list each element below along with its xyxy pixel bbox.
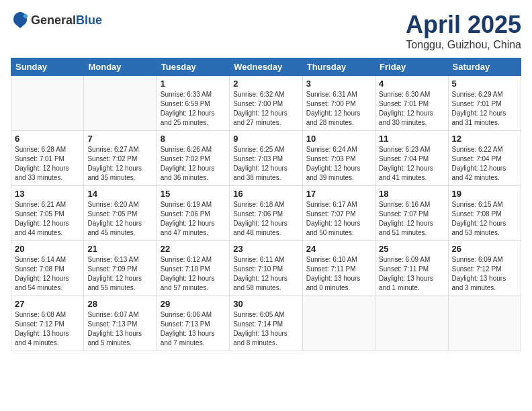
day-info: Sunrise: 6:32 AM Sunset: 7:00 PM Dayligh… xyxy=(233,90,298,128)
day-info: Sunrise: 6:29 AM Sunset: 7:01 PM Dayligh… xyxy=(452,90,517,128)
day-number: 24 xyxy=(306,244,371,254)
day-number: 12 xyxy=(452,134,517,144)
title-area: April 2025 Tonggu, Guizhou, China xyxy=(406,11,521,51)
logo: GeneralBlue xyxy=(11,11,102,30)
table-row: 7Sunrise: 6:27 AM Sunset: 7:02 PM Daylig… xyxy=(84,131,157,186)
calendar-header-row: Sunday Monday Tuesday Wednesday Thursday… xyxy=(11,58,521,76)
col-saturday: Saturday xyxy=(448,58,521,76)
col-friday: Friday xyxy=(375,58,448,76)
logo-text: GeneralBlue xyxy=(31,13,102,28)
logo-icon xyxy=(11,11,30,30)
day-number: 1 xyxy=(161,79,226,89)
calendar-week-row: 6Sunrise: 6:28 AM Sunset: 7:01 PM Daylig… xyxy=(11,131,521,186)
table-row: 2Sunrise: 6:32 AM Sunset: 7:00 PM Daylig… xyxy=(230,76,302,131)
day-number: 29 xyxy=(161,299,226,309)
table-row: 15Sunrise: 6:19 AM Sunset: 7:06 PM Dayli… xyxy=(157,186,229,241)
day-info: Sunrise: 6:08 AM Sunset: 7:12 PM Dayligh… xyxy=(15,310,80,348)
page-header: GeneralBlue April 2025 Tonggu, Guizhou, … xyxy=(11,11,521,51)
col-thursday: Thursday xyxy=(302,58,375,76)
day-info: Sunrise: 6:26 AM Sunset: 7:02 PM Dayligh… xyxy=(161,145,226,183)
calendar-table: Sunday Monday Tuesday Wednesday Thursday… xyxy=(11,58,521,351)
table-row: 14Sunrise: 6:20 AM Sunset: 7:05 PM Dayli… xyxy=(84,186,157,241)
day-number: 18 xyxy=(379,189,444,199)
table-row: 22Sunrise: 6:12 AM Sunset: 7:10 PM Dayli… xyxy=(157,241,229,296)
table-row: 26Sunrise: 6:09 AM Sunset: 7:12 PM Dayli… xyxy=(448,241,521,296)
day-number: 4 xyxy=(379,79,444,89)
day-info: Sunrise: 6:27 AM Sunset: 7:02 PM Dayligh… xyxy=(87,145,152,183)
table-row xyxy=(448,296,521,351)
day-number: 13 xyxy=(15,189,80,199)
calendar-week-row: 27Sunrise: 6:08 AM Sunset: 7:12 PM Dayli… xyxy=(11,296,521,351)
day-number: 22 xyxy=(161,244,226,254)
day-number: 25 xyxy=(379,244,444,254)
day-number: 30 xyxy=(233,299,298,309)
calendar-week-row: 1Sunrise: 6:33 AM Sunset: 6:59 PM Daylig… xyxy=(11,76,521,131)
day-info: Sunrise: 6:18 AM Sunset: 7:06 PM Dayligh… xyxy=(233,200,298,238)
table-row: 13Sunrise: 6:21 AM Sunset: 7:05 PM Dayli… xyxy=(11,186,84,241)
table-row: 17Sunrise: 6:17 AM Sunset: 7:07 PM Dayli… xyxy=(302,186,375,241)
table-row: 6Sunrise: 6:28 AM Sunset: 7:01 PM Daylig… xyxy=(11,131,84,186)
day-number: 28 xyxy=(87,299,152,309)
table-row: 5Sunrise: 6:29 AM Sunset: 7:01 PM Daylig… xyxy=(448,76,521,131)
day-number: 17 xyxy=(306,189,371,199)
table-row: 21Sunrise: 6:13 AM Sunset: 7:09 PM Dayli… xyxy=(84,241,157,296)
month-title: April 2025 xyxy=(406,11,521,39)
day-number: 8 xyxy=(161,134,226,144)
day-number: 11 xyxy=(379,134,444,144)
day-number: 20 xyxy=(15,244,80,254)
table-row xyxy=(375,296,448,351)
table-row: 1Sunrise: 6:33 AM Sunset: 6:59 PM Daylig… xyxy=(157,76,229,131)
day-number: 26 xyxy=(452,244,517,254)
day-number: 14 xyxy=(87,189,152,199)
location-title: Tonggu, Guizhou, China xyxy=(406,39,521,51)
day-number: 16 xyxy=(233,189,298,199)
day-number: 10 xyxy=(306,134,371,144)
day-info: Sunrise: 6:21 AM Sunset: 7:05 PM Dayligh… xyxy=(15,200,80,238)
day-info: Sunrise: 6:09 AM Sunset: 7:12 PM Dayligh… xyxy=(452,255,517,293)
day-number: 7 xyxy=(87,134,152,144)
calendar-week-row: 13Sunrise: 6:21 AM Sunset: 7:05 PM Dayli… xyxy=(11,186,521,241)
table-row: 9Sunrise: 6:25 AM Sunset: 7:03 PM Daylig… xyxy=(230,131,302,186)
day-number: 6 xyxy=(15,134,80,144)
day-info: Sunrise: 6:05 AM Sunset: 7:14 PM Dayligh… xyxy=(233,310,298,348)
day-number: 27 xyxy=(15,299,80,309)
day-number: 23 xyxy=(233,244,298,254)
table-row: 12Sunrise: 6:22 AM Sunset: 7:04 PM Dayli… xyxy=(448,131,521,186)
table-row xyxy=(84,76,157,131)
day-info: Sunrise: 6:16 AM Sunset: 7:07 PM Dayligh… xyxy=(379,200,444,238)
day-info: Sunrise: 6:07 AM Sunset: 7:13 PM Dayligh… xyxy=(87,310,152,348)
day-info: Sunrise: 6:11 AM Sunset: 7:10 PM Dayligh… xyxy=(233,255,298,293)
day-number: 21 xyxy=(87,244,152,254)
day-info: Sunrise: 6:22 AM Sunset: 7:04 PM Dayligh… xyxy=(452,145,517,183)
table-row: 10Sunrise: 6:24 AM Sunset: 7:03 PM Dayli… xyxy=(302,131,375,186)
table-row: 23Sunrise: 6:11 AM Sunset: 7:10 PM Dayli… xyxy=(230,241,302,296)
day-number: 19 xyxy=(452,189,517,199)
day-number: 5 xyxy=(452,79,517,89)
day-info: Sunrise: 6:13 AM Sunset: 7:09 PM Dayligh… xyxy=(87,255,152,293)
day-info: Sunrise: 6:28 AM Sunset: 7:01 PM Dayligh… xyxy=(15,145,80,183)
table-row: 8Sunrise: 6:26 AM Sunset: 7:02 PM Daylig… xyxy=(157,131,229,186)
day-info: Sunrise: 6:10 AM Sunset: 7:11 PM Dayligh… xyxy=(306,255,371,293)
day-info: Sunrise: 6:09 AM Sunset: 7:11 PM Dayligh… xyxy=(379,255,444,293)
day-info: Sunrise: 6:14 AM Sunset: 7:08 PM Dayligh… xyxy=(15,255,80,293)
col-wednesday: Wednesday xyxy=(230,58,302,76)
table-row: 24Sunrise: 6:10 AM Sunset: 7:11 PM Dayli… xyxy=(302,241,375,296)
day-info: Sunrise: 6:15 AM Sunset: 7:08 PM Dayligh… xyxy=(452,200,517,238)
table-row: 4Sunrise: 6:30 AM Sunset: 7:01 PM Daylig… xyxy=(375,76,448,131)
col-tuesday: Tuesday xyxy=(157,58,229,76)
day-info: Sunrise: 6:19 AM Sunset: 7:06 PM Dayligh… xyxy=(161,200,226,238)
day-info: Sunrise: 6:25 AM Sunset: 7:03 PM Dayligh… xyxy=(233,145,298,183)
calendar-week-row: 20Sunrise: 6:14 AM Sunset: 7:08 PM Dayli… xyxy=(11,241,521,296)
col-monday: Monday xyxy=(84,58,157,76)
day-info: Sunrise: 6:30 AM Sunset: 7:01 PM Dayligh… xyxy=(379,90,444,128)
table-row: 19Sunrise: 6:15 AM Sunset: 7:08 PM Dayli… xyxy=(448,186,521,241)
table-row: 3Sunrise: 6:31 AM Sunset: 7:00 PM Daylig… xyxy=(302,76,375,131)
day-info: Sunrise: 6:24 AM Sunset: 7:03 PM Dayligh… xyxy=(306,145,371,183)
day-info: Sunrise: 6:33 AM Sunset: 6:59 PM Dayligh… xyxy=(161,90,226,128)
table-row: 25Sunrise: 6:09 AM Sunset: 7:11 PM Dayli… xyxy=(375,241,448,296)
table-row: 27Sunrise: 6:08 AM Sunset: 7:12 PM Dayli… xyxy=(11,296,84,351)
table-row: 30Sunrise: 6:05 AM Sunset: 7:14 PM Dayli… xyxy=(230,296,302,351)
day-info: Sunrise: 6:20 AM Sunset: 7:05 PM Dayligh… xyxy=(87,200,152,238)
table-row xyxy=(11,76,84,131)
table-row: 29Sunrise: 6:06 AM Sunset: 7:13 PM Dayli… xyxy=(157,296,229,351)
